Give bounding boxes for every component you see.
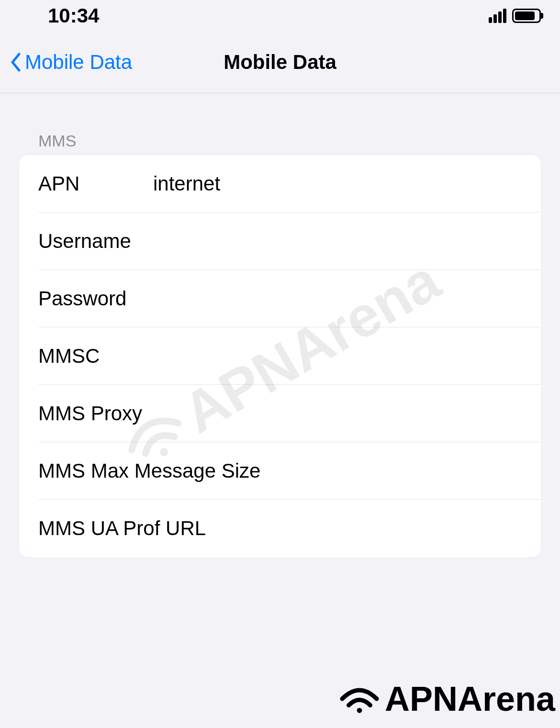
setting-label: Password: [38, 287, 153, 310]
username-input[interactable]: [153, 230, 522, 253]
mms-proxy-input[interactable]: [269, 402, 522, 425]
status-indicators: [489, 9, 541, 23]
back-label: Mobile Data: [25, 51, 132, 74]
chevron-left-icon: [10, 52, 21, 72]
setting-row-mms-max-size[interactable]: MMS Max Message Size: [19, 442, 541, 500]
setting-label: MMS Proxy: [38, 402, 269, 425]
setting-row-mms-ua-prof[interactable]: MMS UA Prof URL: [19, 500, 541, 557]
setting-label: MMS UA Prof URL: [38, 517, 269, 540]
apnarena-logo: APNArena: [338, 679, 560, 718]
setting-row-username[interactable]: Username: [19, 213, 541, 270]
page-title: Mobile Data: [224, 51, 336, 74]
back-button[interactable]: Mobile Data: [10, 51, 132, 74]
setting-row-mms-proxy[interactable]: MMS Proxy: [19, 385, 541, 442]
navigation-bar: Mobile Data Mobile Data: [0, 31, 560, 93]
password-input[interactable]: [153, 287, 522, 310]
mms-ua-prof-input[interactable]: [269, 517, 522, 540]
settings-group-mms: APN Username Password MMSC MMS Proxy: [19, 155, 541, 557]
mms-max-size-input[interactable]: [269, 459, 522, 482]
setting-row-password[interactable]: Password: [19, 270, 541, 327]
mmsc-input[interactable]: [153, 345, 522, 368]
setting-label: APN: [38, 172, 153, 195]
cellular-signal-icon: [489, 9, 506, 23]
apn-input[interactable]: [153, 172, 522, 195]
setting-row-apn[interactable]: APN: [19, 155, 541, 213]
content: MMS APN Username Password MMSC MMS Pro: [0, 93, 560, 557]
setting-label: MMSC: [38, 345, 153, 368]
setting-label: MMS Max Message Size: [38, 459, 269, 482]
status-time: 10:34: [48, 4, 99, 27]
setting-row-mmsc[interactable]: MMSC: [19, 327, 541, 385]
battery-icon: [512, 9, 541, 23]
svg-point-1: [357, 708, 362, 713]
status-bar: 10:34: [0, 0, 560, 31]
section-header-mms: MMS: [19, 132, 541, 155]
setting-label: Username: [38, 230, 153, 253]
logo-text: APNArena: [385, 679, 555, 718]
wifi-icon: [338, 682, 381, 716]
